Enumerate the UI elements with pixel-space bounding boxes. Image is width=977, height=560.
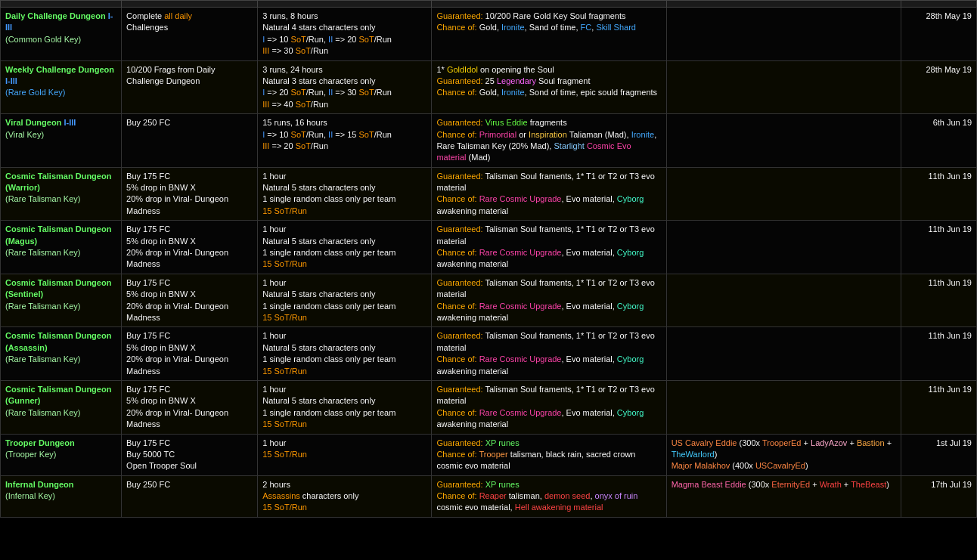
dungeon-cell: Infernal Dungeon (Infernal Key) [1, 475, 122, 517]
key-cell: Buy 250 FC [122, 114, 258, 168]
table-row: Daily Challenge Dungeon I-III (Common Go… [1, 8, 977, 61]
level-cell: 1 hour 15 SoT/Run [258, 434, 432, 475]
rewards-cell: Guaranteed: Talisman Soul framents, 1* T… [432, 274, 666, 327]
table-row: Cosmic Talisman Dungeon (Sentinel) (Rare… [1, 274, 977, 327]
key-cell: Buy 175 FC5% drop in BNW X20% drop in Vi… [122, 221, 258, 274]
table-row: Cosmic Talisman Dungeon (Gunner) (Rare T… [1, 380, 977, 434]
table-row: Infernal Dungeon (Infernal Key) Buy 250 … [1, 475, 977, 517]
key-cell: Buy 175 FC5% drop in BNW X20% drop in Vi… [122, 167, 258, 221]
key-cell: Buy 175 FC5% drop in BNW X20% drop in Vi… [122, 380, 258, 434]
col-header-introduced [901, 1, 976, 8]
dungeon-cell: Trooper Dungeon (Trooper Key) [1, 434, 122, 475]
achievements-cell [666, 274, 901, 327]
dungeon-cell: Cosmic Talisman Dungeon (Warrior) (Rare … [1, 167, 122, 221]
intro-cell: 11th Jun 19 [901, 167, 976, 221]
achievements-cell [666, 380, 901, 434]
intro-cell: 28th May 19 [901, 60, 976, 114]
dungeon-cell: Cosmic Talisman Dungeon (Sentinel) (Rare… [1, 274, 122, 327]
achievements-cell [666, 8, 901, 61]
dungeon-cell: Cosmic Talisman Dungeon (Assassin) (Rare… [1, 327, 122, 381]
achievements-cell [666, 167, 901, 221]
col-header-level [258, 1, 432, 8]
achievements-cell [666, 60, 901, 114]
key-cell: Buy 175 FC5% drop in BNW X20% drop in Vi… [122, 274, 258, 327]
level-cell: 3 runs, 24 hours Natural 3 stars charact… [258, 60, 432, 114]
intro-cell: 28th May 19 [901, 8, 976, 61]
rewards-cell: Guaranteed: Talisman Soul framents, 1* T… [432, 327, 666, 381]
level-cell: 1 hourNatural 5 stars characters only1 s… [258, 327, 432, 381]
rewards-cell: Guaranteed: Talisman Soul framents, 1* T… [432, 221, 666, 274]
intro-cell: 11th Jun 19 [901, 327, 976, 381]
table-row: Cosmic Talisman Dungeon (Warrior) (Rare … [1, 167, 977, 221]
dungeon-cell: Daily Challenge Dungeon I-III (Common Go… [1, 8, 122, 61]
dungeon-cell: Weekly Challenge Dungeon I-III (Rare Gol… [1, 60, 122, 114]
table-row: Cosmic Talisman Dungeon (Magus) (Rare Ta… [1, 221, 977, 274]
dungeon-cell: Cosmic Talisman Dungeon (Magus) (Rare Ta… [1, 221, 122, 274]
achievements-cell: Magma Beast Eddie (300x EternityEd + Wra… [666, 475, 901, 517]
rewards-cell: Guaranteed: Virus Eddie fragments Chance… [432, 114, 666, 168]
level-cell: 2 hours Assassins characters only 15 SoT… [258, 475, 432, 517]
intro-cell: 11th Jun 19 [901, 221, 976, 274]
key-cell: Buy 250 FC [122, 475, 258, 517]
level-cell: 1 hourNatural 5 stars characters only1 s… [258, 274, 432, 327]
achievements-cell [666, 114, 901, 168]
rewards-cell: Guaranteed: Talisman Soul framents, 1* T… [432, 167, 666, 221]
rewards-cell: Guaranteed: XP runes Chance of: Reaper t… [432, 475, 666, 517]
table-row: Cosmic Talisman Dungeon (Assassin) (Rare… [1, 327, 977, 381]
dungeon-cell: Cosmic Talisman Dungeon (Gunner) (Rare T… [1, 380, 122, 434]
rewards-cell: Guaranteed: XP runes Chance of: Trooper … [432, 434, 666, 475]
intro-cell: 17th Jul 19 [901, 475, 976, 517]
level-cell: 1 hourNatural 5 stars characters only1 s… [258, 380, 432, 434]
achievements-cell: US Cavalry Eddie (300x TrooperEd + LadyA… [666, 434, 901, 475]
level-cell: 3 runs, 8 hours Natural 4 stars characte… [258, 8, 432, 61]
intro-cell: 6th Jun 19 [901, 114, 976, 168]
achievements-cell [666, 221, 901, 274]
col-header-rewards [432, 1, 666, 8]
level-cell: 15 runs, 16 hours I => 10 SoT/Run, II =>… [258, 114, 432, 168]
rewards-cell: Guaranteed: Talisman Soul framents, 1* T… [432, 380, 666, 434]
dungeon-cell: Viral Dungeon I-III (Viral Key) [1, 114, 122, 168]
achievements-cell [666, 327, 901, 381]
col-header-dungeon [1, 1, 122, 8]
col-header-achievements [666, 1, 901, 8]
rewards-cell: Guaranteed: 10/200 Rare Gold Key Soul fr… [432, 8, 666, 61]
level-cell: 1 hourNatural 5 stars characters only1 s… [258, 167, 432, 221]
table-row: Viral Dungeon I-III (Viral Key) Buy 250 … [1, 114, 977, 168]
level-cell: 1 hourNatural 5 stars characters only1 s… [258, 221, 432, 274]
intro-cell: 11th Jun 19 [901, 380, 976, 434]
table-row: Weekly Challenge Dungeon I-III (Rare Gol… [1, 60, 977, 114]
table-row: Trooper Dungeon (Trooper Key) Buy 175 FC… [1, 434, 977, 475]
key-cell: Buy 175 FCBuy 5000 TCOpen Trooper Soul [122, 434, 258, 475]
key-cell: 10/200 Frags from DailyChallenge Dungeon [122, 60, 258, 114]
key-cell: Complete all dailyChallenges [122, 8, 258, 61]
intro-cell: 11th Jun 19 [901, 274, 976, 327]
key-cell: Buy 175 FC5% drop in BNW X20% drop in Vi… [122, 327, 258, 381]
col-header-key [122, 1, 258, 8]
rewards-cell: 1* GoldIdol on opening the Soul Guarante… [432, 60, 666, 114]
intro-cell: 1st Jul 19 [901, 434, 976, 475]
